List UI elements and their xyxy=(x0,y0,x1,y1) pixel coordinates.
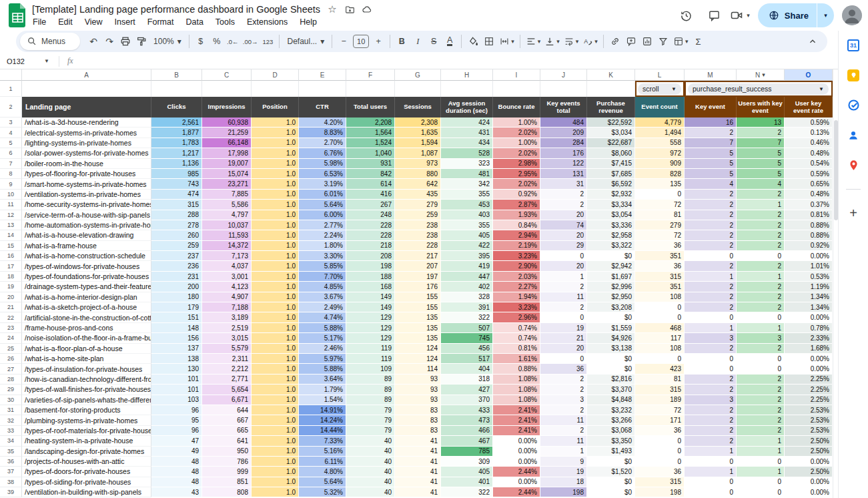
cell-E25[interactable]: 2.46% xyxy=(299,344,346,354)
cell-I10[interactable]: 0.92% xyxy=(493,190,540,200)
cell-L4[interactable]: 1,494 xyxy=(635,128,685,138)
cell-O5[interactable]: 0.46% xyxy=(785,138,833,148)
cell-H21[interactable]: 391 xyxy=(441,302,493,312)
italic-icon[interactable]: I xyxy=(410,33,426,50)
header-cell-F2[interactable]: Total users xyxy=(346,97,395,117)
cell-O10[interactable]: 0.48% xyxy=(785,190,833,200)
cell-K10[interactable]: $2,932 xyxy=(587,190,635,200)
cell-J7[interactable]: 122 xyxy=(540,159,587,169)
cell-G33[interactable]: 83 xyxy=(395,426,441,436)
cell-M6[interactable]: 5 xyxy=(685,148,737,158)
header-cell-M2[interactable]: Key event xyxy=(685,97,737,117)
cell-K24[interactable]: $4,926 xyxy=(587,333,635,343)
cell-G22[interactable]: 135 xyxy=(395,312,441,322)
name-box-caret-icon[interactable]: ▼ xyxy=(44,58,49,64)
row-header-3[interactable]: 3 xyxy=(0,117,22,128)
cell-M12[interactable]: 2 xyxy=(685,210,737,220)
cell-O29[interactable]: 2.25% xyxy=(785,385,833,395)
cell-O11[interactable]: 0.37% xyxy=(785,200,833,210)
column-header-O[interactable]: O xyxy=(785,69,833,81)
cell-L28[interactable]: 81 xyxy=(635,375,685,385)
cell-B14[interactable]: 260 xyxy=(151,230,202,240)
cell-N6[interactable]: 5 xyxy=(737,148,785,158)
cell-K8[interactable]: $7,685 xyxy=(587,169,635,179)
share-options-caret-icon[interactable]: ▾ xyxy=(817,3,834,27)
cell-A37[interactable]: /types-of-doors-for-private-houses xyxy=(22,467,151,477)
cell-O4[interactable]: 0.13% xyxy=(785,128,833,138)
cell-E5[interactable]: 2.70% xyxy=(299,138,346,148)
cell-C28[interactable]: 2,771 xyxy=(202,375,252,385)
cell-G31[interactable]: 83 xyxy=(395,405,441,415)
cell-G20[interactable]: 155 xyxy=(395,292,441,302)
cell-K28[interactable]: $2,816 xyxy=(587,375,635,385)
redo-icon[interactable]: ↷ xyxy=(101,33,117,50)
cell-L11[interactable]: 72 xyxy=(635,200,685,210)
cell-H22[interactable]: 322 xyxy=(441,312,493,322)
cell-D39[interactable]: 1.0 xyxy=(252,487,299,497)
cell-N20[interactable]: 2 xyxy=(737,292,785,302)
cell-N21[interactable]: 2 xyxy=(737,302,785,312)
cell-M21[interactable]: 2 xyxy=(685,302,737,312)
cell-F31[interactable]: 79 xyxy=(346,405,395,415)
cell-H26[interactable]: 517 xyxy=(441,354,493,364)
cell-F26[interactable]: 119 xyxy=(346,354,395,364)
row-header-1[interactable]: 1 xyxy=(0,81,22,97)
cell-B13[interactable]: 278 xyxy=(151,220,202,230)
cell-O25[interactable]: 1.68% xyxy=(785,344,833,354)
cell-E19[interactable]: 4.85% xyxy=(299,282,346,292)
cell-N24[interactable]: 3 xyxy=(737,333,785,343)
vertical-align-icon[interactable]: ▾ xyxy=(542,33,562,50)
cell-M16[interactable]: 0 xyxy=(685,251,737,261)
header-cell-I2[interactable]: Bounce rate xyxy=(493,97,540,117)
cell-O17[interactable]: 1.01% xyxy=(785,261,833,271)
cell-H17[interactable]: 419 xyxy=(441,261,493,271)
cell-L21[interactable]: 0 xyxy=(635,302,685,312)
cell-H35[interactable]: 785 xyxy=(441,447,493,457)
cell-G12[interactable]: 259 xyxy=(395,210,441,220)
cell-B32[interactable]: 95 xyxy=(151,415,202,425)
cell-G7[interactable]: 973 xyxy=(395,159,441,169)
cell-B36[interactable]: 48 xyxy=(151,457,202,467)
cell-D13[interactable]: 1.0 xyxy=(252,220,299,230)
cell-B19[interactable]: 200 xyxy=(151,282,202,292)
cell-O24[interactable]: 2.33% xyxy=(785,333,833,343)
cell-C36[interactable]: 786 xyxy=(202,457,252,467)
cell-E36[interactable]: 6.11% xyxy=(299,457,346,467)
cell-K27[interactable]: $0 xyxy=(587,364,635,374)
cell-C37[interactable]: 999 xyxy=(202,467,252,477)
cell-H9[interactable]: 342 xyxy=(441,179,493,189)
cell-I36[interactable]: 0.00% xyxy=(493,457,540,467)
cell-O7[interactable]: 0.54% xyxy=(785,159,833,169)
cell-B7[interactable]: 1,136 xyxy=(151,159,202,169)
row-header-5[interactable]: 5 xyxy=(0,138,22,148)
cell-F17[interactable]: 198 xyxy=(346,261,395,271)
cell-E4[interactable]: 8.83% xyxy=(299,128,346,138)
cell-L26[interactable]: 0 xyxy=(635,354,685,364)
cell-G32[interactable]: 83 xyxy=(395,415,441,425)
cell-D37[interactable]: 1.0 xyxy=(252,467,299,477)
cell-G19[interactable]: 176 xyxy=(395,282,441,292)
cell-F15[interactable]: 218 xyxy=(346,241,395,251)
cell-L5[interactable]: 558 xyxy=(635,138,685,148)
cell-A3[interactable]: /what-is-a-3d-house-rendering xyxy=(22,117,151,128)
cell-O19[interactable]: 1.19% xyxy=(785,282,833,292)
cell-M22[interactable]: 0 xyxy=(685,312,737,322)
cell-B22[interactable]: 151 xyxy=(151,312,202,322)
column-header-G[interactable]: G xyxy=(395,69,441,81)
cell-L15[interactable]: 36 xyxy=(635,241,685,251)
cell-L8[interactable]: 828 xyxy=(635,169,685,179)
row-header-11[interactable]: 11 xyxy=(0,200,22,210)
cell-J4[interactable]: 209 xyxy=(540,128,587,138)
cell-H36[interactable]: 309 xyxy=(441,457,493,467)
cell-N13[interactable]: 2 xyxy=(737,220,785,230)
column-header-D[interactable]: D xyxy=(252,69,299,81)
cell-J26[interactable]: 0 xyxy=(540,354,587,364)
cell-L34[interactable]: 0 xyxy=(635,436,685,446)
cell-M20[interactable]: 2 xyxy=(685,292,737,302)
cell-D3[interactable]: 1.0 xyxy=(252,117,299,128)
cell-B29[interactable]: 101 xyxy=(151,385,202,395)
row-header-30[interactable]: 30 xyxy=(0,395,22,405)
cell-H10[interactable]: 355 xyxy=(441,190,493,200)
cell-B9[interactable]: 743 xyxy=(151,179,202,189)
row-header-37[interactable]: 37 xyxy=(0,467,22,477)
